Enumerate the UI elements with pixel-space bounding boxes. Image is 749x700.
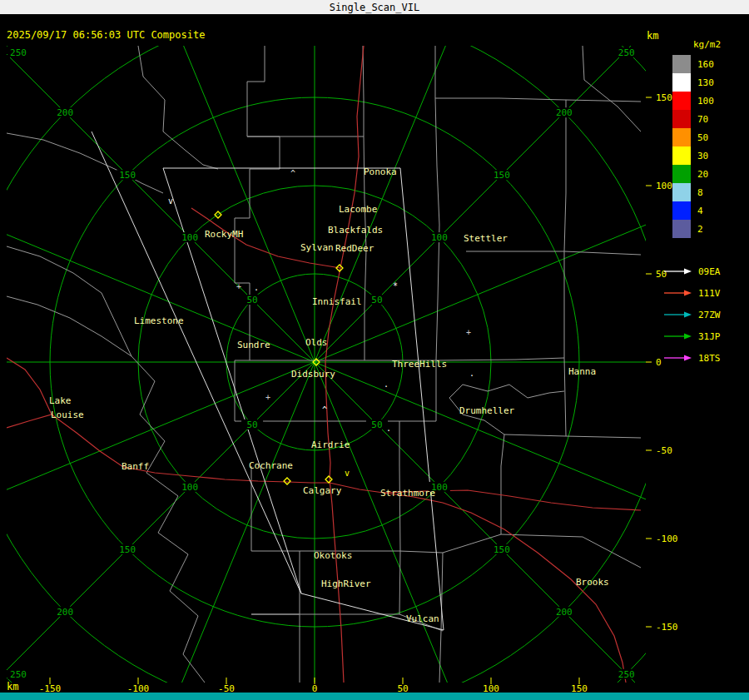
point-marker-icon: + (236, 282, 241, 291)
county-boundary (466, 251, 641, 255)
legend-entry-label: 111V (698, 288, 721, 299)
point-marker-icon: · (469, 371, 474, 380)
ring-distance-label: 150 (119, 170, 136, 181)
bottom-taskbar-strip (0, 693, 749, 700)
city-label: Blackfalds (328, 225, 383, 236)
colorbar-value-label: 30 (697, 151, 708, 161)
ring-distance-label: 250 (618, 47, 635, 58)
azimuth-spoke (315, 32, 644, 362)
azimuth-spoke (315, 362, 745, 540)
colorbar-swatch (672, 110, 691, 128)
city-label: Didsbury (291, 369, 335, 380)
point-marker-icon: ^ (290, 169, 295, 178)
point-marker-icon: + (466, 328, 471, 337)
county-boundary (251, 466, 300, 614)
city-label: Strathmore (380, 488, 435, 499)
county-boundary (7, 296, 205, 683)
colorbar-swatch (672, 92, 691, 110)
city-label: Sylvan (300, 242, 334, 253)
ring-distance-label: 200 (57, 107, 73, 118)
map-layers: 5050505010010010010015015015015020020020… (0, 0, 749, 700)
ring-distance-label: 50 (246, 295, 257, 305)
scan-outline (92, 132, 444, 630)
point-marker-icon: v (168, 196, 173, 206)
colorbar-value-label: 100 (697, 96, 714, 107)
county-boundary (399, 421, 400, 614)
city-label: ThreeHills (392, 359, 447, 370)
colorbar-value-label: 160 (697, 59, 714, 70)
colorbar-value-label: 20 (697, 169, 708, 180)
colorbar-swatch (672, 220, 691, 238)
azimuth-spoke (136, 0, 315, 362)
colorbar-swatch (672, 201, 691, 220)
right-axis-label: 50 (656, 269, 667, 280)
city-label: Lake (49, 395, 72, 406)
city-label: RockyMH (205, 229, 243, 240)
radar-display[interactable]: 5050505010010010010015015015015020020020… (0, 0, 749, 700)
right-axis-label: 0 (656, 357, 662, 368)
range-rings (0, 0, 749, 700)
ring-distance-label: 100 (431, 232, 448, 243)
azimuth-spoke (136, 362, 315, 700)
colorbar-swatch (672, 183, 691, 201)
ring-distance-label: 50 (246, 420, 257, 430)
ring-distance-label: 250 (618, 669, 635, 680)
point-marker-icon: · (254, 285, 259, 295)
county-boundary (564, 251, 641, 438)
point-marker-icon: ^ (322, 405, 327, 415)
city-label: Hanna (568, 366, 596, 377)
city-label: Innisfail (312, 296, 362, 307)
colorbar-value-label: 70 (697, 114, 708, 125)
city-label: Vulcan (406, 613, 439, 624)
ring-distance-label: 50 (371, 420, 382, 430)
city-label: Drumheller (459, 405, 515, 416)
point-marker-icon: · (386, 426, 391, 435)
legend-arrow-head-icon (684, 355, 692, 361)
colorbar-value-label: 8 (697, 187, 703, 198)
ring-distance-label: 200 (57, 607, 73, 618)
legend-entry-label: 27ZW (698, 310, 721, 320)
colorbar-value-label: 4 (697, 206, 703, 216)
city-label: Okotoks (314, 550, 352, 561)
colorbar-swatch (672, 55, 691, 73)
city-label: Banff (122, 461, 149, 472)
legend-arrow-head-icon (684, 290, 692, 296)
legend-arrow-head-icon (684, 334, 692, 340)
point-marker-icon: v (345, 469, 350, 478)
city-label: Limestone (134, 315, 184, 326)
city-label: Louise (51, 410, 84, 420)
colorbar-swatch (672, 146, 691, 165)
highway-line (7, 415, 330, 483)
site-diamond-icon (325, 476, 332, 483)
highway-line (7, 358, 52, 415)
county-boundary (564, 100, 566, 251)
ring-distance-label: 200 (556, 107, 573, 118)
right-axis-label: -150 (656, 622, 678, 633)
city-label: Stettler (464, 233, 508, 244)
city-label: Olds (305, 337, 328, 348)
colorbar: 16013010070503020842 (672, 55, 714, 238)
county-boundary (583, 46, 641, 132)
point-marker-icon: * (393, 281, 398, 290)
colorbar-value-label: 2 (697, 224, 703, 235)
azimuth-spoke (0, 362, 315, 692)
legend-entry-label: 31JP (698, 331, 721, 342)
ring-distance-label: 200 (556, 607, 573, 618)
ring-distance-label: 100 (181, 482, 198, 493)
county-boundary (501, 434, 566, 534)
point-marker-icon: · (384, 382, 389, 391)
colorbar-swatch (672, 128, 691, 146)
right-axis-label: -50 (656, 445, 672, 456)
ring-distance-label: 50 (371, 295, 382, 305)
colorbar-value-label: 50 (697, 132, 708, 143)
ring-distance-label: 250 (10, 47, 27, 58)
ring-distance-label: 100 (181, 232, 198, 243)
city-label: Sundre (237, 340, 270, 350)
ring-distance-label: 150 (494, 170, 510, 181)
point-markers: v^*+·++··v^· (168, 169, 474, 478)
azimuth-spoke (0, 32, 315, 362)
azimuth-spoke (0, 184, 315, 362)
azimuth-spokes (0, 0, 749, 700)
point-marker-icon: + (265, 393, 270, 402)
county-boundary (138, 46, 218, 169)
